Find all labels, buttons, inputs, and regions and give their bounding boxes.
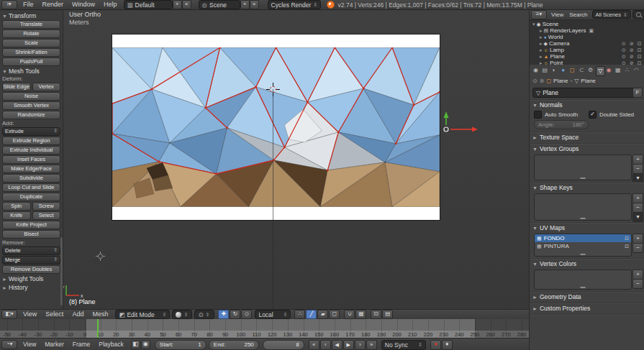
vertex-color-remove-button[interactable]: − — [632, 279, 643, 289]
selectability-toggle[interactable]: ⊘ — [630, 47, 634, 53]
expand-icon[interactable]: ▾ — [532, 21, 535, 27]
properties-tab-constraints[interactable]: ⊂ — [578, 66, 586, 75]
start-frame-field[interactable]: Start: 1 — [155, 340, 207, 350]
rotate-manipulator-toggle[interactable]: ↻ — [230, 310, 240, 319]
uv-map-add-button[interactable]: + — [632, 234, 643, 244]
record-button[interactable]: ● — [430, 340, 441, 350]
properties-tab-material[interactable]: ◉ — [605, 66, 613, 75]
tool-subdivide-button[interactable]: Subdivide — [2, 174, 60, 183]
layout-add-button[interactable]: + — [173, 0, 182, 9]
uv-maps-list[interactable]: ▦FONDO⊡▦PINTURA⊡▬ — [534, 234, 632, 257]
panel-shape-keys-header[interactable]: ▼Shape Keys — [532, 183, 573, 192]
angle-slider[interactable]: Angle: 180° — [534, 120, 589, 129]
uv-map-row-pintura[interactable]: ▦PINTURA⊡ — [535, 242, 631, 250]
outliner-row-lamp[interactable]: ▸☼Lamp — [540, 47, 564, 53]
tool-push-pull-button[interactable]: Push/Pull — [2, 57, 60, 66]
breadcrumb-object[interactable]: Plane — [553, 78, 568, 84]
translate-manipulator-toggle[interactable]: ✚ — [218, 310, 229, 319]
context-icon[interactable]: ≋ — [540, 78, 545, 84]
scene-selector[interactable]: ◍ Scene — [199, 0, 240, 9]
vertex-select-button[interactable]: ∴ — [294, 310, 305, 319]
tool-loop-cut-and-slide-button[interactable]: Loop Cut and Slide — [2, 183, 60, 192]
snap-element-dropdown[interactable]: ▦ — [355, 310, 366, 319]
disclosure-icon[interactable]: ▸ — [540, 47, 543, 53]
tool-smooth-vertex-button[interactable]: Smooth Vertex — [2, 101, 60, 110]
menu-window[interactable]: Window — [68, 0, 99, 9]
tool-merge-menu[interactable]: Merge⇕ — [2, 256, 60, 264]
mode-dropdown[interactable]: ◩Edit Mode⇕ — [115, 310, 170, 319]
next-keyframe-button[interactable]: › — [355, 340, 366, 350]
properties-tab-modifiers[interactable]: ⚙ — [586, 66, 594, 75]
disclosure-icon[interactable]: ▸ — [540, 53, 543, 60]
timeline-menu-frame[interactable]: Frame — [68, 340, 95, 349]
properties-tab-texture[interactable]: ▦ — [614, 66, 622, 75]
uv-map-remove-button[interactable]: − — [632, 243, 643, 253]
tool-duplicate-button[interactable]: Duplicate — [2, 193, 60, 201]
shelf-panel-mesh-tools[interactable]: ▼Mesh Tools — [2, 67, 60, 75]
breadcrumb-data[interactable]: Plane — [581, 78, 595, 84]
visibility-toggle[interactable]: ⊙ — [622, 40, 626, 47]
opengl-render-anim-button[interactable]: ▤ — [382, 310, 393, 319]
properties-tab-render-layers[interactable]: ▤ — [541, 66, 549, 75]
selectability-toggle[interactable]: ⊘ — [630, 40, 634, 47]
tool-shrink-fatten-button[interactable]: Shrink/Fatten — [2, 48, 60, 57]
tool-translate-button[interactable]: Translate — [2, 20, 60, 29]
renderability-toggle[interactable]: ⊡ — [638, 47, 642, 53]
view3d-menu-mesh[interactable]: Mesh — [88, 310, 112, 319]
vertex-color-add-button[interactable]: + — [632, 270, 643, 280]
translate-manipulator[interactable] — [432, 108, 484, 139]
disclosure-icon[interactable]: ▸ — [540, 34, 543, 40]
outliner-menu-view[interactable]: View — [548, 10, 566, 19]
pivot-dropdown[interactable]: ⊙⇕ — [194, 310, 214, 319]
view3d-menu-select[interactable]: Select — [41, 310, 68, 319]
editor-type-outliner-icon[interactable]: ≡▾ — [531, 10, 547, 19]
current-frame-field[interactable]: 8 — [263, 340, 304, 350]
double-sided-checkbox[interactable]: ✓ — [589, 111, 597, 119]
tool-screw-button[interactable]: Screw — [32, 202, 61, 211]
tool-bisect-button[interactable]: Bisect — [2, 230, 60, 239]
tool-make-edge-face-button[interactable]: Make Edge/Face — [2, 165, 60, 173]
tool-knife-button[interactable]: Knife — [2, 211, 31, 220]
menu-render[interactable]: Render — [38, 0, 68, 9]
end-frame-field[interactable]: End: 250 — [209, 340, 259, 350]
disclosure-icon[interactable]: ▸ — [540, 27, 543, 34]
opengl-render-image-button[interactable]: ⊡ — [371, 310, 381, 319]
outliner-row-renderlayers[interactable]: ▸▤RenderLayers▣ — [540, 27, 594, 34]
layout-close-button[interactable]: × — [182, 0, 191, 9]
renderability-toggle[interactable]: ⊡ — [638, 40, 642, 47]
panel-vertex-groups-header[interactable]: ▼Vertex Groups — [532, 144, 579, 153]
fake-user-button[interactable]: F — [632, 88, 643, 98]
visibility-toggle[interactable]: ⊙ — [622, 53, 626, 60]
panel-uv-maps-header[interactable]: ▼UV Maps — [532, 224, 565, 232]
menu-file[interactable]: File — [19, 0, 38, 9]
play-reverse-button[interactable]: ◀ — [332, 340, 343, 350]
panel-texture-space-header[interactable]: ►Texture Space — [532, 133, 579, 142]
prev-keyframe-button[interactable]: ‹ — [320, 340, 331, 350]
shape-keys-list[interactable]: ▬ — [534, 193, 632, 221]
render-camera-toggle[interactable]: ⊡ — [625, 244, 629, 249]
keying-set-icon[interactable]: ♦ — [442, 340, 453, 350]
render-camera-toggle[interactable]: ⊡ — [625, 236, 629, 241]
properties-tab-particles[interactable]: ∴ — [623, 66, 631, 75]
disclosure-icon[interactable]: ▸ — [540, 40, 543, 47]
play-button[interactable]: ▶ — [343, 340, 354, 350]
shape-key-specials-button[interactable]: ▾ — [632, 212, 643, 222]
face-select-button[interactable]: ▰ — [317, 310, 328, 319]
tool-extrude-individual-button[interactable]: Extrude Individual — [2, 146, 60, 155]
snap-magnet-toggle[interactable]: ∪ — [344, 310, 355, 319]
properties-tab-physics[interactable]: ◠ — [632, 66, 640, 75]
frame-lock-toggle[interactable]: ◉ — [141, 340, 150, 349]
outliner-row-camera[interactable]: ▸◆Camera — [540, 40, 569, 47]
tool-shelf-scrollbar[interactable] — [60, 237, 63, 305]
jump-end-button[interactable]: » — [366, 340, 377, 350]
properties-tab-world[interactable]: ● — [559, 66, 567, 75]
editor-type-info-icon[interactable]: i▾ — [1, 0, 17, 9]
tool-extrude-menu[interactable]: Extrude⇕ — [2, 127, 60, 136]
tool-rotate-button[interactable]: Rotate — [2, 29, 60, 38]
outliner-menu-search[interactable]: Search — [566, 10, 590, 19]
tool-inset-faces-button[interactable]: Inset Faces — [2, 155, 60, 164]
tool-knife-project-button[interactable]: Knife Project — [2, 221, 60, 229]
shape-key-remove-button[interactable]: − — [632, 203, 643, 213]
vertex-groups-list[interactable]: ▬ — [534, 155, 632, 180]
selectability-toggle[interactable]: ⊘ — [630, 53, 634, 60]
